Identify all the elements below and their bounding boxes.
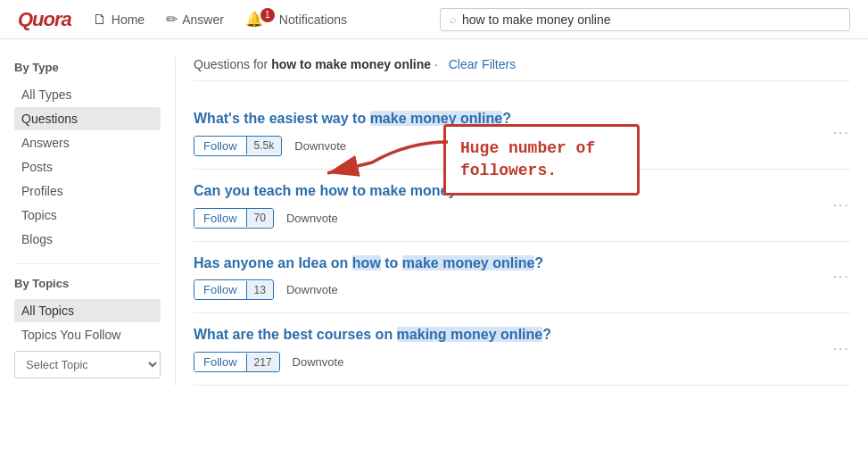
- clear-filters-button[interactable]: Clear Filters: [449, 57, 516, 71]
- question-title-2-text: Can you teach me how to make money onlin…: [194, 183, 511, 198]
- answer-icon: ✏: [166, 11, 178, 28]
- q4-p2: ?: [542, 327, 551, 342]
- sidebar-item-answers[interactable]: Answers: [14, 131, 161, 154]
- q4-p1: What are the best courses on: [194, 327, 397, 342]
- more-options-3[interactable]: ···: [833, 269, 850, 285]
- question-title-1[interactable]: What's the easiest way to make money onl…: [194, 110, 850, 129]
- q4-h1: making money online: [397, 327, 543, 342]
- questions-for-label: Questions for: [194, 57, 268, 71]
- question-title-1-part1: What's the easiest way to: [194, 111, 370, 126]
- nav-home-label: Home: [112, 12, 145, 27]
- search-icon: ⌕: [450, 12, 457, 26]
- question-actions-3: Follow 13 Downvote: [194, 279, 850, 300]
- question-title-3[interactable]: Has anyone an Idea on how to make money …: [194, 254, 850, 273]
- search-box[interactable]: ⌕: [440, 8, 850, 31]
- logo[interactable]: Quora: [18, 8, 71, 31]
- by-type-title: By Type: [14, 61, 161, 74]
- question-actions-4: Follow 217 Downvote: [194, 352, 850, 372]
- question-actions-2: Follow 70 Downvote: [194, 208, 850, 229]
- nav-answer[interactable]: ✏ Answer: [166, 11, 224, 28]
- by-topics-title: By Topics: [14, 277, 161, 290]
- follow-label-4: Follow: [194, 353, 246, 371]
- sidebar-item-all-topics[interactable]: All Topics: [14, 299, 161, 322]
- more-options-2[interactable]: ···: [833, 197, 850, 213]
- nav-answer-label: Answer: [182, 12, 224, 27]
- follow-count-2: 70: [246, 209, 273, 227]
- sidebar-item-topics[interactable]: Topics: [14, 204, 161, 227]
- sidebar-item-topics-you-follow[interactable]: Topics You Follow: [14, 323, 161, 346]
- follow-count-1: 5.5k: [246, 137, 282, 154]
- follow-button-4[interactable]: Follow 217: [194, 352, 280, 372]
- downvote-button-1[interactable]: Downvote: [289, 137, 351, 155]
- question-item-2: Can you teach me how to make money onlin…: [194, 170, 850, 242]
- downvote-button-2[interactable]: Downvote: [281, 209, 343, 228]
- follow-button-2[interactable]: Follow 70: [194, 208, 274, 229]
- question-title-1-highlight: make money online: [370, 111, 503, 126]
- q3-p3: ?: [534, 255, 543, 270]
- question-title-2[interactable]: Can you teach me how to make money onlin…: [194, 182, 850, 201]
- header: Quora 🗋 Home ✏ Answer 🔔 1 Notifications …: [0, 0, 868, 39]
- question-item-4: What are the best courses on making mone…: [194, 313, 850, 386]
- question-item-3: Has anyone an Idea on how to make money …: [194, 242, 850, 314]
- sidebar: By Type All Types Questions Answers Post…: [0, 57, 175, 386]
- question-actions-1: Follow 5.5k Downvote: [194, 136, 850, 156]
- sidebar-item-all-types[interactable]: All Types: [14, 83, 161, 106]
- sidebar-item-profiles[interactable]: Profiles: [14, 179, 161, 203]
- follow-label-1: Follow: [194, 137, 246, 155]
- nav-home[interactable]: 🗋 Home: [93, 12, 145, 28]
- nav-notifications[interactable]: 🔔 1 Notifications: [245, 11, 347, 28]
- follow-button-3[interactable]: Follow 13: [194, 279, 274, 300]
- question-item-1: What's the easiest way to make money onl…: [194, 97, 850, 170]
- q3-p1: Has anyone an Idea on: [194, 255, 352, 270]
- sidebar-item-posts[interactable]: Posts: [14, 155, 161, 179]
- q3-h1: how: [352, 255, 381, 270]
- downvote-button-3[interactable]: Downvote: [281, 280, 343, 299]
- q3-h2: make money online: [402, 255, 535, 270]
- sidebar-item-blogs[interactable]: Blogs: [14, 228, 161, 251]
- question-title-1-part2: ?: [502, 111, 511, 126]
- sidebar-item-questions[interactable]: Questions: [14, 107, 161, 130]
- question-title-4[interactable]: What are the best courses on making mone…: [194, 326, 850, 345]
- search-query: how to make money online: [271, 57, 431, 71]
- home-icon: 🗋: [93, 12, 107, 28]
- follow-button-1[interactable]: Follow 5.5k: [194, 136, 282, 156]
- follow-label-2: Follow: [194, 209, 246, 228]
- more-options-4[interactable]: ···: [833, 341, 850, 357]
- content-area: Questions for how to make money online ·…: [175, 57, 868, 386]
- follow-count-3: 13: [246, 281, 273, 299]
- more-options-1[interactable]: ···: [833, 125, 850, 141]
- nav-notifications-label: Notifications: [279, 12, 347, 27]
- select-topic[interactable]: Select Topic: [14, 351, 161, 379]
- follow-label-3: Follow: [194, 280, 246, 299]
- q3-p2: to: [381, 255, 402, 270]
- sidebar-divider-1: [14, 263, 161, 264]
- downvote-button-4[interactable]: Downvote: [287, 353, 350, 371]
- notification-badge: 1: [260, 8, 275, 22]
- search-input[interactable]: [462, 12, 840, 27]
- main-layout: By Type All Types Questions Answers Post…: [0, 39, 868, 386]
- separator: ·: [434, 57, 438, 71]
- follow-count-4: 217: [246, 354, 279, 371]
- content-header: Questions for how to make money online ·…: [194, 57, 850, 81]
